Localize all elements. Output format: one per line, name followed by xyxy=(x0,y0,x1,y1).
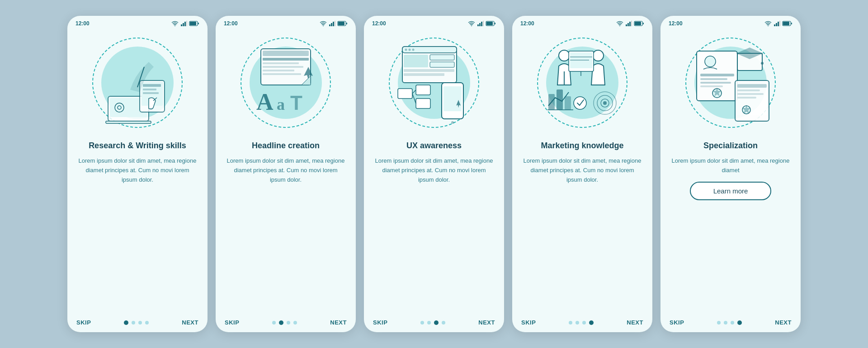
svg-rect-3 xyxy=(184,22,186,26)
svg-rect-58 xyxy=(416,99,430,108)
time-5: 12:00 xyxy=(669,20,683,27)
battery-icon-2 xyxy=(338,21,348,26)
bottom-nav-4: SKIP NEXT xyxy=(512,314,652,332)
svg-point-84 xyxy=(574,97,586,109)
svg-rect-91 xyxy=(776,23,777,26)
skip-btn-3[interactable]: SKIP xyxy=(373,319,387,326)
dot-2-1 xyxy=(279,320,283,325)
svg-rect-12 xyxy=(106,121,151,123)
svg-point-74 xyxy=(593,50,604,61)
status-icons-2 xyxy=(320,21,348,26)
svg-rect-17 xyxy=(143,92,159,94)
dot-4-1 xyxy=(576,321,579,324)
svg-text:A: A xyxy=(256,89,274,115)
skip-btn-5[interactable]: SKIP xyxy=(670,319,684,326)
learn-more-btn[interactable]: Learn more xyxy=(690,182,771,200)
screen-body-1: Lorem ipsum dolor sit dim amet, mea regi… xyxy=(78,156,197,184)
skip-btn-4[interactable]: SKIP xyxy=(521,319,536,326)
svg-point-98 xyxy=(705,56,716,67)
next-btn-1[interactable]: NEXT xyxy=(182,319,198,326)
svg-rect-39 xyxy=(477,24,479,26)
dots-1 xyxy=(124,320,149,325)
svg-rect-96 xyxy=(791,23,792,24)
svg-point-50 xyxy=(412,49,415,51)
svg-rect-95 xyxy=(783,22,789,25)
dot-1-3 xyxy=(145,321,149,324)
svg-point-64 xyxy=(619,25,620,26)
svg-rect-33 xyxy=(263,70,294,71)
battery-icon xyxy=(189,21,199,26)
wifi-icon xyxy=(171,21,179,26)
svg-rect-51 xyxy=(404,55,428,67)
svg-point-49 xyxy=(409,49,411,51)
bottom-nav-2: SKIP NEXT xyxy=(216,314,356,332)
svg-rect-7 xyxy=(198,23,199,24)
bottom-nav-1: SKIP NEXT xyxy=(67,314,208,332)
screen-title-4: Marketing knowledge xyxy=(523,141,642,151)
wifi-icon-3 xyxy=(468,21,475,26)
svg-rect-34 xyxy=(263,73,301,75)
status-icons-5 xyxy=(764,21,793,26)
next-btn-3[interactable]: NEXT xyxy=(478,319,495,326)
svg-rect-1 xyxy=(181,24,182,26)
skip-btn-2[interactable]: SKIP xyxy=(225,319,239,326)
wifi-icon-4 xyxy=(616,21,623,26)
screen-title-1: Research & Writing skills xyxy=(78,141,197,151)
dot-5-0 xyxy=(717,321,721,324)
dot-2-3 xyxy=(293,321,297,324)
svg-line-60 xyxy=(412,94,416,103)
dot-2-2 xyxy=(287,321,290,324)
dot-3-3 xyxy=(442,321,445,324)
dot-4-3 xyxy=(589,320,594,325)
svg-rect-65 xyxy=(626,24,627,26)
next-btn-4[interactable]: NEXT xyxy=(627,319,643,326)
dot-4-2 xyxy=(582,321,586,324)
svg-rect-113 xyxy=(737,97,756,99)
illustration-svg-1 xyxy=(94,40,180,126)
dot-1-0 xyxy=(124,320,128,325)
svg-rect-27 xyxy=(346,23,347,24)
svg-rect-15 xyxy=(143,84,161,87)
svg-rect-56 xyxy=(398,89,412,99)
svg-rect-93 xyxy=(779,21,780,26)
screen-body-2: Lorem ipsum dolor sit dim amet, mea regi… xyxy=(226,156,345,184)
dot-2-0 xyxy=(272,321,276,324)
illustration-area-5 xyxy=(660,28,801,137)
svg-rect-26 xyxy=(338,22,344,25)
svg-point-48 xyxy=(405,49,407,51)
svg-rect-2 xyxy=(183,23,184,26)
illustration-svg-2: A a T xyxy=(243,40,329,126)
screen-content-2: Headline creation Lorem ipsum dolor sit … xyxy=(216,137,356,314)
screen-3: 12:00 xyxy=(364,16,504,332)
dot-3-0 xyxy=(420,321,424,324)
svg-rect-90 xyxy=(774,24,775,26)
svg-rect-70 xyxy=(635,22,641,25)
svg-point-38 xyxy=(471,25,472,26)
dot-5-3 xyxy=(737,320,742,325)
illustration-area-4 xyxy=(512,28,652,137)
screen-2: 12:00 A a xyxy=(216,16,356,332)
dots-2 xyxy=(272,320,297,325)
next-btn-5[interactable]: NEXT xyxy=(775,319,792,326)
svg-rect-16 xyxy=(143,89,156,90)
screens-container: 12:00 xyxy=(67,16,801,332)
signal-icon-4 xyxy=(626,21,632,26)
status-bar-2: 12:00 xyxy=(216,16,356,28)
battery-icon-4 xyxy=(634,21,644,26)
svg-rect-29 xyxy=(263,51,309,56)
battery-icon-3 xyxy=(486,21,496,26)
illustration-area-1 xyxy=(67,28,208,137)
svg-rect-31 xyxy=(263,62,299,64)
skip-btn-1[interactable]: SKIP xyxy=(76,319,91,326)
svg-rect-40 xyxy=(479,23,481,26)
svg-rect-53 xyxy=(430,62,454,67)
svg-rect-32 xyxy=(263,66,303,68)
battery-icon-5 xyxy=(783,21,793,26)
dots-4 xyxy=(569,320,594,325)
wifi-icon-2 xyxy=(320,21,327,26)
status-bar-5: 12:00 xyxy=(660,16,801,28)
next-btn-2[interactable]: NEXT xyxy=(330,319,347,326)
svg-rect-92 xyxy=(778,22,779,26)
dots-5 xyxy=(717,320,742,325)
screen-1: 12:00 xyxy=(67,16,208,332)
